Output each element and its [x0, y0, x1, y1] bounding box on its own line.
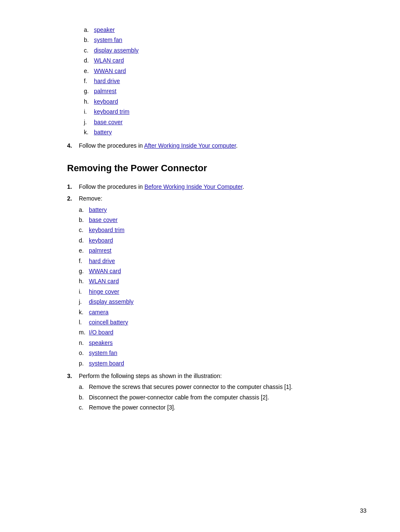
sub-letter: g. [79, 266, 89, 276]
sub-letter: m. [79, 328, 89, 337]
after-working-link[interactable]: After Working Inside Your computer [144, 142, 236, 149]
list-item-f: f. hard drive [79, 256, 350, 266]
page-number: 33 [360, 506, 366, 515]
list-item-b: b. base cover [79, 215, 350, 224]
list-item-e: e. palmrest [79, 246, 350, 255]
list-item: i. keyboard trim [84, 107, 350, 116]
sub-letter: k. [79, 308, 89, 317]
list-item-p: p. system board [79, 359, 350, 368]
list-item-i: i. hinge cover [79, 287, 350, 296]
sub-letter: c. [79, 403, 89, 412]
before-working-link[interactable]: Before Working Inside Your Computer [144, 183, 242, 190]
battery-link-top[interactable]: battery [94, 129, 112, 136]
sub-letter: p. [79, 359, 89, 368]
section-title: Removing the Power Connector [67, 161, 350, 175]
keyboard-trim-link-2[interactable]: keyboard trim [89, 225, 125, 235]
wlan-card-link[interactable]: WLAN card [94, 57, 124, 64]
item-letter: k. [84, 128, 92, 137]
keyboard-link[interactable]: keyboard [94, 98, 118, 105]
wwan-card-link[interactable]: WWAN card [94, 68, 126, 74]
sub-letter: n. [79, 338, 89, 347]
sub-letter: c. [79, 225, 89, 235]
list-item-j: j. display assembly [79, 297, 350, 306]
step-3: 3. Perform the following steps as shown … [67, 371, 350, 413]
step-3c-text: Remove the power connector [3]. [89, 403, 175, 412]
hard-drive-link-2[interactable]: hard drive [89, 256, 115, 266]
sub-letter: a. [79, 382, 89, 391]
speakers-link[interactable]: speakers [89, 338, 113, 347]
system-fan-link-2[interactable]: system fan [89, 348, 117, 357]
sub-letter: h. [79, 276, 89, 286]
step-number: 4. [67, 141, 79, 150]
item-letter: j. [84, 117, 92, 127]
list-item: e. WWAN card [84, 66, 350, 76]
base-cover-link-top[interactable]: base cover [94, 119, 122, 125]
io-board-link[interactable]: I/O board [89, 328, 113, 337]
step-3b: b. Disconnect the power-connector cable … [79, 393, 350, 402]
display-assembly-link-2[interactable]: display assembly [89, 297, 134, 306]
palmrest-link-2[interactable]: palmrest [89, 246, 112, 255]
sub-letter: e. [79, 246, 89, 255]
sub-letter: o. [79, 348, 89, 357]
sub-letter: i. [79, 287, 89, 296]
list-item-d: d. keyboard [79, 236, 350, 245]
step-4: 4. Follow the procedures in After Workin… [67, 141, 350, 150]
step-2-label: Remove: [79, 195, 102, 202]
step-4-prefix: Follow the procedures in [79, 142, 144, 149]
top-numbered-list: 4. Follow the procedures in After Workin… [67, 141, 350, 150]
list-item-m: m. I/O board [79, 328, 350, 337]
item-letter: h. [84, 97, 92, 106]
step-3-number: 3. [67, 371, 79, 381]
list-item: f. hard drive [84, 76, 350, 86]
step-1-content: Follow the procedures in Before Working … [79, 182, 350, 191]
step-2-content: Remove: a. battery b. base cover c. keyb… [79, 194, 350, 369]
list-item-n: n. speakers [79, 338, 350, 347]
list-item: g. palmrest [84, 86, 350, 96]
list-item-h: h. WLAN card [79, 276, 350, 286]
step-3-intro: Perform the following steps as shown in … [79, 371, 350, 381]
sub-letter: l. [79, 318, 89, 327]
wlan-card-link-2[interactable]: WLAN card [89, 276, 119, 286]
step-3-sub-list: a. Remove the screws that secures power … [79, 382, 350, 412]
item-letter: i. [84, 107, 92, 116]
step-2: 2. Remove: a. battery b. base cover c. k… [67, 194, 350, 369]
system-fan-link[interactable]: system fan [94, 37, 122, 43]
list-item: d. WLAN card [84, 56, 350, 65]
step-1-suffix: . [242, 183, 244, 190]
step-2-sub-list: a. battery b. base cover c. keyboard tri… [79, 205, 350, 368]
item-letter: a. [84, 25, 92, 34]
palmrest-link[interactable]: palmrest [94, 88, 117, 94]
keyboard-link-2[interactable]: keyboard [89, 236, 113, 245]
system-board-link[interactable]: system board [89, 359, 124, 368]
step-3c: c. Remove the power connector [3]. [79, 403, 350, 412]
hard-drive-link[interactable]: hard drive [94, 78, 120, 84]
speaker-link[interactable]: speaker [94, 26, 115, 33]
list-item-g: g. WWAN card [79, 266, 350, 276]
sub-letter: f. [79, 256, 89, 266]
item-letter: d. [84, 56, 92, 65]
main-numbered-list: 1. Follow the procedures in Before Worki… [67, 182, 350, 413]
hinge-cover-link[interactable]: hinge cover [89, 287, 119, 296]
battery-link[interactable]: battery [89, 205, 107, 214]
list-item: c. display assembly [84, 46, 350, 55]
list-item-k: k. camera [79, 308, 350, 317]
base-cover-link[interactable]: base cover [89, 215, 117, 224]
wwan-card-link-2[interactable]: WWAN card [89, 266, 121, 276]
item-letter: e. [84, 66, 92, 76]
coincell-battery-link[interactable]: coincell battery [89, 318, 128, 327]
list-item: b. system fan [84, 35, 350, 44]
step-3b-text: Disconnect the power-connector cable fro… [89, 393, 269, 402]
sub-letter: j. [79, 297, 89, 306]
keyboard-trim-link[interactable]: keyboard trim [94, 108, 130, 115]
item-letter: f. [84, 76, 92, 86]
step-4-suffix: . [236, 142, 238, 149]
step-3a: a. Remove the screws that secures power … [79, 382, 350, 391]
camera-link[interactable]: camera [89, 308, 109, 317]
step-1-prefix: Follow the procedures in [79, 183, 144, 190]
list-item-l: l. coincell battery [79, 318, 350, 327]
item-letter: g. [84, 86, 92, 96]
sub-letter: b. [79, 215, 89, 224]
display-assembly-link[interactable]: display assembly [94, 47, 139, 54]
item-letter: b. [84, 35, 92, 44]
list-item-o: o. system fan [79, 348, 350, 357]
